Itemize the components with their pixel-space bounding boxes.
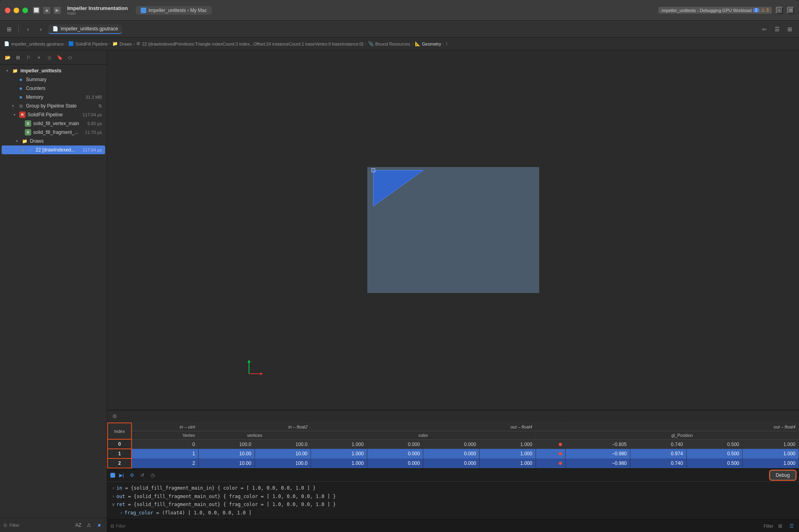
file-tab[interactable]: 📄 impeller_unittests.gputrace <box>48 24 122 34</box>
forward-button[interactable]: › <box>36 24 46 34</box>
debug-filter-icon: ⊙ <box>110 523 114 529</box>
sidebar-toggle-button[interactable]: ⊞ <box>4 24 14 34</box>
file-tab-label: impeller_unittests.gputrace <box>61 26 118 32</box>
debug-grid-view-button[interactable]: ⊞ <box>776 522 785 530</box>
sidebar-sort-button[interactable]: ⌖ <box>34 53 43 62</box>
debug-expand-2[interactable]: ∨ <box>112 500 115 508</box>
sidebar-item-fragment-main[interactable]: S solid_fill_fragment_... 11.70 µs <box>2 128 105 137</box>
sidebar-search-button[interactable]: ⊞ <box>14 53 22 62</box>
sidebar-item-vertex-main[interactable]: S solid_fill_vertex_main 5.85 µs <box>2 119 105 128</box>
sidebar-blue-button[interactable]: ■ <box>95 521 104 530</box>
debug-button[interactable]: Debug <box>770 470 796 480</box>
cell-index-2: 2 <box>108 458 132 468</box>
cell-gly-1: 0.974 <box>630 449 687 458</box>
cell-ca-2: 1.000 <box>480 458 536 468</box>
sidebar-bottom: ⊙ Filter AZ ⚠ ■ <box>0 518 107 532</box>
add-tab-button[interactable]: + <box>776 7 783 14</box>
sidebar-item-draws[interactable]: ▾ 📁 Draws <box>2 137 105 145</box>
sidebar-item-draw22[interactable]: ▶ ⚙ 22 [drawIndexed... 117.04 µs <box>2 145 105 154</box>
th-group-gl: out – float4 <box>566 423 799 431</box>
breadcrumb-item-0[interactable]: 📄 impeller_unittests.gputrace <box>4 41 64 46</box>
sidebar-shape-button[interactable]: ⬭ <box>66 53 74 62</box>
cell-vx-2: 10.00 <box>199 458 255 468</box>
close-button[interactable] <box>5 8 10 13</box>
root-arrow-icon: ▾ <box>6 69 12 73</box>
debug-list-view-button[interactable]: ☰ <box>787 522 796 530</box>
layout-toggle-button[interactable]: ⊞ <box>787 7 794 14</box>
sidebar-diamond-button[interactable]: ◇ <box>45 53 54 62</box>
th-index: Index <box>108 423 132 440</box>
minimize-button[interactable] <box>14 8 19 13</box>
back-button[interactable]: ‹ <box>23 24 33 34</box>
debug-expand-1[interactable]: › <box>112 492 115 500</box>
debug-expand-0[interactable]: › <box>112 484 115 492</box>
breadcrumb-sep-4: › <box>412 42 413 46</box>
sidebar-folder-icon[interactable]: 📂 <box>3 53 12 62</box>
breadcrumb-label-1: SolidFill Pipeline <box>76 42 108 46</box>
session-tab[interactable]: impeller_unittests › My Mac <box>136 6 212 15</box>
sidebar-item-summary[interactable]: ■ Summary <box>2 75 105 84</box>
cell-cr-1: 1.000 <box>311 449 367 458</box>
list-view-button[interactable]: ☰ <box>772 24 782 34</box>
table-row[interactable]: 2 2 10.00 100.0 1.000 0.000 0.000 1.000 <box>108 458 799 468</box>
debug-line-2: ∨ ret = {solid_fill_fragment_main_out} {… <box>112 500 794 508</box>
breadcrumb-sep-1: › <box>110 42 111 46</box>
breadcrumb-item-4[interactable]: 📎 Bound Resources <box>368 41 410 46</box>
sidebar-summary-label: Summary <box>26 77 102 82</box>
cell-glx-1: −0.980 <box>566 449 630 458</box>
sidebar-item-group-pipeline[interactable]: ▾ ⊞ Group by Pipeline State ⇅ <box>2 102 105 110</box>
breadcrumb-item-3[interactable]: ⚙ 22 {drawIndexedPrimitives:Triangle ind… <box>136 41 363 46</box>
sidebar-filter-button[interactable]: ⚐ <box>24 53 33 62</box>
breadcrumb-sep-3: › <box>365 42 366 46</box>
session-icon <box>141 8 146 13</box>
debug-text-0: in = {solid_fill_fragment_main_in} { col… <box>116 484 316 492</box>
sidebar-item-memory[interactable]: ■ Memory 31.3 MB <box>2 93 105 102</box>
sidebar-item-solidfill[interactable]: ▾ R SolidFill Pipeline 117.04 µs <box>2 110 105 119</box>
cell-cg-2: 0.000 <box>367 458 423 468</box>
breadcrumb-item-5[interactable]: 📐 Geometry <box>415 41 441 46</box>
debug-text-3: frag_color = (float4) [ 1.0, 0.0, 0.0, 1… <box>124 509 251 517</box>
debug-expand-3[interactable]: › <box>120 509 123 517</box>
table-settings-button[interactable]: ⚙ <box>110 412 119 421</box>
th-color: color <box>311 431 536 439</box>
cell-cb-1: 0.000 <box>423 449 480 458</box>
grid-view-button[interactable]: ⊞ <box>785 24 795 34</box>
memory-icon: ■ <box>18 94 24 100</box>
sidebar-fragment-time: 11.70 µs <box>85 130 102 135</box>
cell-vertex-1: 1 <box>132 449 199 458</box>
sidebar-bottom-actions: AZ ⚠ ■ <box>74 521 104 530</box>
sidebar-bookmark-button[interactable]: 🔖 <box>55 53 64 62</box>
cell-dot-0 <box>536 439 566 449</box>
breadcrumb-item-6[interactable]: ⟩ <box>446 41 447 46</box>
sidebar-item-counters[interactable]: ■ Counters <box>2 84 105 93</box>
sidebar-toggle-icon[interactable]: ⬜ <box>33 7 40 14</box>
debug-step-into-button[interactable]: ⚙ <box>128 471 136 479</box>
sidebar-sort-az-button[interactable]: AZ <box>74 521 83 530</box>
maximize-button[interactable] <box>22 8 28 13</box>
debug-restart-button[interactable]: ↺ <box>138 471 146 479</box>
vertex-s-icon: S <box>25 120 31 127</box>
breadcrumb-sep-0: › <box>65 42 66 46</box>
debug-step-over-button[interactable]: ▶| <box>118 471 126 479</box>
debug-clock-button[interactable]: ◷ <box>149 471 157 479</box>
breadcrumb-item-1[interactable]: 🟦 SolidFill Pipeline <box>68 41 108 46</box>
breadcrumb-file-icon: 📄 <box>4 41 10 46</box>
play-icon[interactable]: ▶ <box>54 7 61 14</box>
sidebar-draw22-label: 22 [drawIndexed... <box>36 147 82 153</box>
layout-split-button[interactable]: ⇦ <box>759 24 769 34</box>
cell-glw-0: 1.000 <box>743 439 799 449</box>
root-folder-icon: 📁 <box>12 68 18 74</box>
stop-icon[interactable]: ■ <box>43 7 50 14</box>
sidebar-solidfill-label: SolidFill Pipeline <box>28 112 82 118</box>
session-label: impeller_unittests › My Mac <box>149 8 207 13</box>
table-row[interactable]: 1 1 10.00 10.00 1.000 0.000 0.000 1.000 <box>108 449 799 458</box>
sidebar-item-root[interactable]: ▾ 📁 impeller_unittests <box>2 66 105 75</box>
breadcrumb-resources-icon: 📎 <box>368 41 374 46</box>
breadcrumb-item-2[interactable]: 📁 Draws <box>112 41 132 46</box>
cell-index-1: 1 <box>108 449 132 458</box>
debug-filter-label: Filter <box>116 524 126 528</box>
color-dot-1 <box>559 452 562 455</box>
table-row[interactable]: 0 0 100.0 100.0 1.000 0.000 0.000 1.000 <box>108 439 799 449</box>
sidebar-warning-button[interactable]: ⚠ <box>84 521 93 530</box>
cell-vy-0: 100.0 <box>255 439 311 449</box>
